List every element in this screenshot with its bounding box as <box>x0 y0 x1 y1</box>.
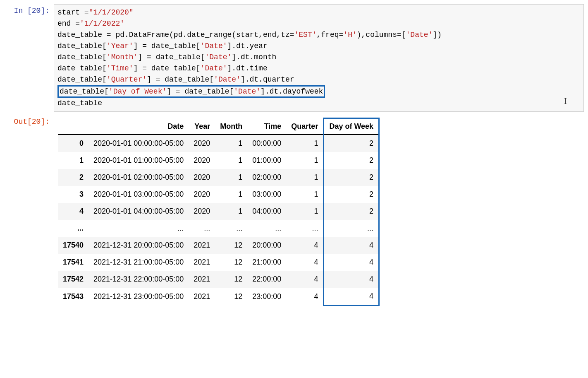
dataframe-table: DateYearMonthTimeQuarterDay of Week 0202… <box>58 118 380 306</box>
table-cell: 1 <box>286 203 324 220</box>
code-string: 'Quarter' <box>107 75 147 84</box>
code-text: date_table = pd.DataFrame(pd.date_range(… <box>57 31 294 39</box>
table-cell: 4 <box>324 271 379 288</box>
table-cell: 12 <box>215 237 247 254</box>
row-index: 17541 <box>58 254 88 271</box>
output-area: DateYearMonthTimeQuarterDay of Week 0202… <box>54 115 584 306</box>
table-cell: 2020 <box>189 203 215 220</box>
table-cell: 4 <box>286 254 324 271</box>
code-string: 'Date' <box>406 31 433 39</box>
table-cell: 22:00:00 <box>247 271 286 288</box>
code-string: 'EST' <box>294 31 317 39</box>
table-cell: 4 <box>286 288 324 306</box>
table-cell: 00:00:00 <box>247 135 286 152</box>
code-text: ] = date_table[ <box>134 42 201 50</box>
column-header: Time <box>247 118 286 135</box>
code-string: 'H' <box>343 31 356 39</box>
code-string: 'Day of Week' <box>109 87 167 96</box>
code-text: ] = date_table[ <box>134 64 201 72</box>
table-cell: 2020 <box>189 186 215 203</box>
table-cell: 03:00:00 <box>247 186 286 203</box>
table-cell: ... <box>88 220 189 237</box>
table-cell: 4 <box>324 254 379 271</box>
table-cell: 4 <box>286 271 324 288</box>
table-cell: 1 <box>215 152 247 169</box>
code-text: ] = date_table[ <box>138 53 205 61</box>
table-cell: 1 <box>286 186 324 203</box>
table-header: DateYearMonthTimeQuarterDay of Week <box>58 118 379 135</box>
code-text: date_table[ <box>57 75 107 84</box>
table-cell: 1 <box>215 203 247 220</box>
code-string: '1/1/2022' <box>80 19 124 28</box>
table-cell: 2 <box>324 152 379 169</box>
table-row: 22020-01-01 02:00:00-05:002020102:00:001… <box>58 169 379 186</box>
table-cell: 1 <box>215 169 247 186</box>
table-row: 175412021-12-31 21:00:00-05:0020211221:0… <box>58 254 379 271</box>
table-cell: 2020 <box>189 169 215 186</box>
code-text: ),columns=[ <box>357 31 406 39</box>
code-string: 'Date' <box>205 53 232 61</box>
row-index: 17542 <box>58 271 88 288</box>
code-string: "1/1/2020" <box>89 8 134 17</box>
code-input-area[interactable]: start ="1/1/2020" end ='1/1/2022' date_t… <box>54 4 584 112</box>
table-cell: 2020-01-01 03:00:00-05:00 <box>88 186 189 203</box>
table-cell: 4 <box>324 288 379 306</box>
code-string: 'Date' <box>201 42 227 50</box>
table-cell: 2021 <box>189 237 215 254</box>
code-text: ]) <box>433 31 442 39</box>
table-cell: 2020-01-01 04:00:00-05:00 <box>88 203 189 220</box>
code-text: ].dt.quarter <box>241 75 294 84</box>
code-block[interactable]: start ="1/1/2020" end ='1/1/2022' date_t… <box>57 7 580 109</box>
table-cell: 2021 <box>189 271 215 288</box>
table-cell: ... <box>189 220 215 237</box>
table-cell: 1 <box>215 135 247 152</box>
table-cell: ... <box>215 220 247 237</box>
table-cell: 2020 <box>189 152 215 169</box>
code-string: 'Date' <box>214 75 241 84</box>
table-cell: 2021 <box>189 254 215 271</box>
code-text: date_table[ <box>60 87 109 96</box>
table-cell: 2 <box>324 186 379 203</box>
code-text: date_table <box>57 99 102 107</box>
table-cell: 2020-01-01 00:00:00-05:00 <box>88 135 189 152</box>
column-header: Month <box>215 118 247 135</box>
output-cell: Out[20]: DateYearMonthTimeQuarterDay of … <box>4 115 584 306</box>
code-text: ].dt.time <box>227 64 267 72</box>
code-text: ].dt.dayofweek <box>261 87 323 96</box>
text-cursor-icon: I <box>564 96 567 106</box>
table-cell: 23:00:00 <box>247 288 286 306</box>
highlighted-code-line: date_table['Day of Week'] = date_table['… <box>57 85 325 98</box>
row-index: 1 <box>58 152 88 169</box>
table-cell: 2021 <box>189 288 215 306</box>
table-cell: ... <box>247 220 286 237</box>
table-row: 175402021-12-31 20:00:00-05:0020211220:0… <box>58 237 379 254</box>
output-prompt: Out[20]: <box>4 115 54 126</box>
table-cell: 2021-12-31 20:00:00-05:00 <box>88 237 189 254</box>
table-cell: 4 <box>286 237 324 254</box>
code-text: ] = date_table[ <box>167 87 234 96</box>
code-string: 'Time' <box>107 64 134 72</box>
table-cell: 12 <box>215 271 247 288</box>
table-cell: 21:00:00 <box>247 254 286 271</box>
table-row: 12020-01-01 01:00:00-05:002020101:00:001… <box>58 152 379 169</box>
column-header: Date <box>88 118 189 135</box>
code-text: date_table[ <box>57 42 107 50</box>
column-header: Quarter <box>286 118 324 135</box>
table-cell: 2 <box>324 169 379 186</box>
table-cell: 02:00:00 <box>247 169 286 186</box>
code-text: date_table[ <box>57 53 107 61</box>
table-cell: 1 <box>286 152 324 169</box>
table-row: 32020-01-01 03:00:00-05:002020103:00:001… <box>58 186 379 203</box>
row-index: ... <box>58 220 88 237</box>
code-text: end = <box>57 19 80 28</box>
code-text: ].dt.year <box>227 42 267 50</box>
code-text: ].dt.month <box>232 53 276 61</box>
table-cell: 2021-12-31 21:00:00-05:00 <box>88 254 189 271</box>
table-cell: 2020-01-01 01:00:00-05:00 <box>88 152 189 169</box>
row-index: 0 <box>58 135 88 152</box>
column-header: Year <box>189 118 215 135</box>
table-row: 175432021-12-31 23:00:00-05:0020211223:0… <box>58 288 379 306</box>
code-string: 'Date' <box>234 87 261 96</box>
table-cell: 2 <box>324 203 379 220</box>
table-cell: ... <box>286 220 324 237</box>
